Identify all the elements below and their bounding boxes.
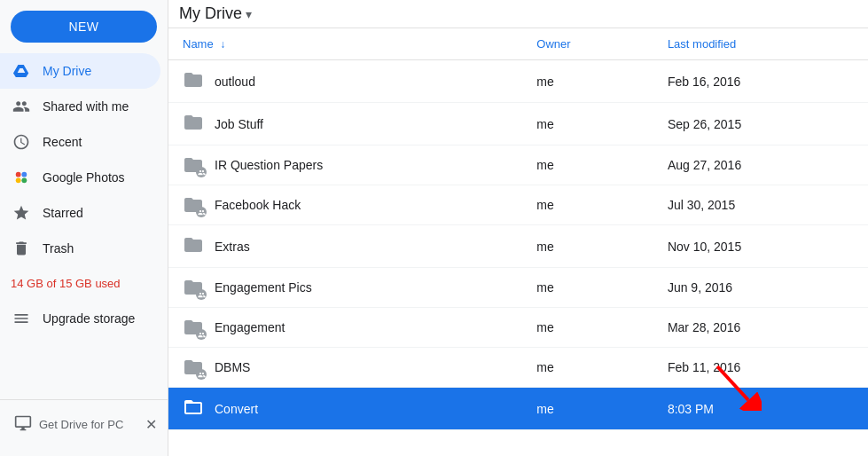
file-name: DBMS — [215, 360, 250, 374]
sort-arrow-icon: ↓ — [220, 38, 225, 51]
table-row[interactable]: outloud me Feb 16, 2016 — [168, 60, 868, 103]
file-owner: me — [522, 388, 653, 430]
folder-icon — [183, 277, 204, 298]
sidebar-label-shared: Shared with me — [43, 99, 129, 114]
file-list-wrapper: Name ↓ Owner Last modified outloud me Fe… — [168, 28, 868, 456]
storage-info: 14 GB of 15 GB used — [0, 266, 168, 301]
sidebar-label-photos: Google Photos — [43, 170, 125, 185]
drive-icon — [11, 60, 32, 82]
folder-icon — [183, 397, 204, 421]
svg-point-1 — [21, 172, 27, 177]
file-owner: me — [522, 103, 653, 145]
file-owner: me — [522, 268, 653, 308]
get-drive-button[interactable]: Get Drive for PC — [7, 407, 130, 442]
sidebar: NEW My Drive Shared with me Recent Googl… — [0, 0, 168, 456]
table-row[interactable]: Extras me Nov 10, 2015 — [168, 225, 868, 268]
file-modified: Jun 9, 2016 — [653, 268, 868, 308]
file-owner: me — [522, 60, 653, 103]
folder-icon — [183, 357, 204, 378]
svg-point-3 — [21, 177, 27, 183]
file-name: Engagement Pics — [215, 280, 312, 295]
file-modified: Feb 16, 2016 — [653, 60, 868, 103]
file-name-cell[interactable]: Extras — [168, 225, 522, 268]
file-name-cell[interactable]: Convert — [168, 388, 522, 430]
svg-point-0 — [16, 172, 21, 177]
file-modified: 8:03 PM — [653, 388, 868, 430]
star-icon — [11, 202, 32, 224]
sidebar-item-starred[interactable]: Starred — [0, 195, 160, 231]
file-name-cell[interactable]: outloud — [168, 60, 522, 103]
file-name-cell[interactable]: Engagement Pics — [168, 268, 522, 308]
col-name[interactable]: Name ↓ — [168, 28, 522, 60]
file-name-cell[interactable]: Engagement — [168, 308, 522, 348]
sidebar-label-my-drive: My Drive — [43, 64, 91, 78]
upgrade-icon — [11, 308, 32, 329]
people-icon — [11, 96, 32, 117]
file-name-cell[interactable]: DBMS — [168, 348, 522, 388]
file-owner: me — [522, 225, 653, 268]
file-owner: me — [522, 185, 653, 225]
file-owner: me — [522, 145, 653, 185]
sidebar-item-trash[interactable]: Trash — [0, 231, 160, 266]
table-row[interactable]: Facebook Hack me Jul 30, 2015 — [168, 185, 868, 225]
file-name: Convert — [215, 402, 258, 416]
trash-icon — [11, 238, 32, 259]
file-modified: Nov 10, 2015 — [653, 225, 868, 268]
table-row[interactable]: Job Stuff me Sep 26, 2015 — [168, 103, 868, 145]
breadcrumb: My Drive ▾ — [179, 4, 252, 23]
sidebar-label-trash: Trash — [43, 241, 74, 256]
table-row[interactable]: Engagement Pics me Jun 9, 2016 — [168, 268, 868, 308]
folder-icon — [183, 112, 204, 136]
sidebar-item-shared-with-me[interactable]: Shared with me — [0, 89, 160, 124]
file-name-cell[interactable]: Facebook Hack — [168, 185, 522, 225]
file-name-cell[interactable]: IR Question Papers — [168, 145, 522, 185]
breadcrumb-title: My Drive — [179, 4, 242, 23]
col-modified[interactable]: Last modified — [653, 28, 868, 60]
table-row[interactable]: DBMS me Feb 11, 2016 — [168, 348, 868, 388]
folder-icon — [183, 234, 204, 258]
dropdown-arrow-icon[interactable]: ▾ — [246, 7, 252, 21]
folder-icon — [183, 69, 204, 93]
file-owner: me — [522, 348, 653, 388]
file-table: Name ↓ Owner Last modified outloud me Fe… — [168, 28, 868, 430]
sidebar-item-google-photos[interactable]: Google Photos — [0, 160, 160, 195]
header: My Drive ▾ — [168, 0, 868, 28]
new-button[interactable]: NEW — [11, 11, 157, 43]
table-header-row: Name ↓ Owner Last modified — [168, 28, 868, 60]
file-name: IR Question Papers — [215, 158, 323, 172]
sidebar-bottom: Get Drive for PC ✕ — [0, 399, 168, 449]
col-owner[interactable]: Owner — [522, 28, 653, 60]
get-drive-label: Get Drive for PC — [39, 418, 123, 431]
file-modified: Feb 11, 2016 — [653, 348, 868, 388]
file-name: Job Stuff — [215, 117, 263, 131]
sidebar-label-starred: Starred — [43, 206, 83, 220]
svg-point-2 — [16, 177, 21, 183]
sidebar-label-recent: Recent — [43, 135, 82, 149]
sidebar-item-my-drive[interactable]: My Drive — [0, 53, 160, 89]
file-owner: me — [522, 308, 653, 348]
file-name: Engagement — [215, 320, 285, 334]
file-name-cell[interactable]: Job Stuff — [168, 103, 522, 145]
table-row[interactable]: IR Question Papers me Aug 27, 2016 — [168, 145, 868, 185]
file-modified: Mar 28, 2016 — [653, 308, 868, 348]
folder-icon — [183, 154, 204, 176]
clock-icon — [11, 131, 32, 153]
monitor-icon — [14, 414, 32, 435]
file-name: Facebook Hack — [215, 198, 301, 212]
table-row[interactable]: Engagement me Mar 28, 2016 — [168, 308, 868, 348]
table-row[interactable]: Convert me 8:03 PM — [168, 388, 868, 430]
folder-icon — [183, 194, 204, 216]
file-modified: Aug 27, 2016 — [653, 145, 868, 185]
file-name: Extras — [215, 240, 250, 254]
file-name: outloud — [215, 75, 255, 89]
upgrade-label: Upgrade storage — [43, 311, 135, 326]
file-modified: Jul 30, 2015 — [653, 185, 868, 225]
file-modified: Sep 26, 2015 — [653, 103, 868, 145]
photos-icon — [11, 167, 32, 188]
folder-icon — [183, 317, 204, 338]
sidebar-item-recent[interactable]: Recent — [0, 124, 160, 160]
sidebar-item-upgrade[interactable]: Upgrade storage — [0, 301, 160, 336]
close-button[interactable]: ✕ — [142, 413, 160, 436]
